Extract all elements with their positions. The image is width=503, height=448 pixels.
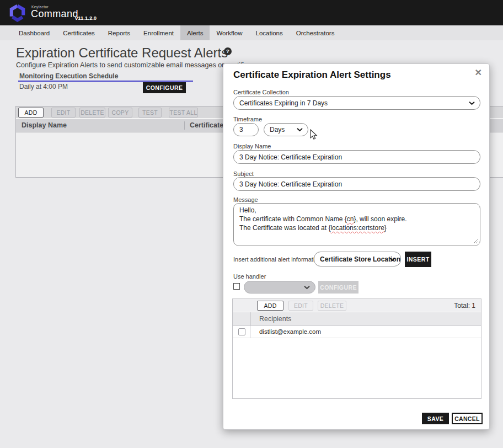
app-screen: Keyfactor Command v11.1.2.0 Dashboard Ce… — [0, 0, 503, 448]
resize-handle-icon[interactable] — [473, 239, 478, 244]
page-title: Expiration Certificate Request Alerts — [16, 45, 228, 61]
keyfactor-logo-icon — [7, 3, 28, 23]
checkbox-column-divider — [250, 312, 251, 326]
timeframe-label: Timeframe — [233, 116, 262, 122]
app-version: v11.1.2.0 — [75, 15, 97, 21]
alerts-add-button[interactable]: ADD — [18, 108, 44, 118]
nav-item-locations[interactable]: Locations — [249, 25, 290, 40]
chevron-down-icon — [469, 102, 475, 105]
recipient-email: distlist@example.com — [259, 328, 321, 335]
chevron-down-icon — [304, 286, 310, 290]
certificate-collection-select[interactable]: Certificates Expiring in 7 Days — [233, 96, 480, 110]
recipient-row[interactable]: distlist@example.com — [233, 326, 481, 338]
cancel-button[interactable]: CANCEL — [452, 413, 483, 424]
monitoring-schedule-label: Monitoring Execution Schedule — [19, 72, 118, 80]
main-nav: Dashboard Certificates Reports Enrollmen… — [0, 25, 503, 40]
recipients-empty-area — [233, 338, 481, 398]
save-button[interactable]: SAVE — [422, 413, 449, 424]
message-line-3: The Certificate was located at {location… — [239, 224, 474, 233]
subject-input[interactable] — [233, 177, 480, 191]
certificate-expiration-alert-settings-dialog: Certificate Expiration Alert Settings ✕ … — [223, 63, 490, 430]
brand-command-label[interactable]: Command — [31, 8, 78, 20]
message-line-1: Hello, — [239, 206, 474, 215]
timeframe-unit-select[interactable]: Days — [264, 123, 308, 136]
timeframe-input[interactable] — [233, 123, 259, 136]
checkbox-column-divider — [250, 326, 251, 338]
insert-button[interactable]: INSERT — [405, 252, 431, 267]
schedule-underline — [18, 81, 193, 82]
nav-item-dashboard[interactable]: Dashboard — [12, 25, 56, 40]
certificate-collection-value: Certificates Expiring in 7 Days — [239, 99, 328, 107]
use-handler-checkbox[interactable] — [233, 283, 240, 290]
recipients-grid: ADD EDIT DELETE Total: 1 Recipients dist… — [232, 298, 481, 399]
alerts-test-button[interactable]: TEST — [138, 108, 162, 118]
message-line-2: The certificate with Common Name {cn}, w… — [239, 215, 474, 224]
misspelled-token: locations:certstore — [330, 224, 384, 232]
dialog-title: Certificate Expiration Alert Settings — [233, 70, 391, 81]
column-display-name[interactable]: Display Name — [22, 121, 67, 129]
top-header-bar: Keyfactor Command v11.1.2.0 — [0, 0, 503, 25]
recipients-total: Total: 1 — [454, 302, 475, 310]
certificate-collection-label: Certificate Collection — [233, 89, 289, 95]
schedule-value: Daily at 4:00 PM — [19, 83, 68, 90]
display-name-label: Display Name — [233, 143, 271, 150]
insert-info-label: Insert additional alert information — [233, 256, 322, 263]
alerts-copy-button[interactable]: COPY — [108, 108, 132, 118]
column-divider — [184, 121, 185, 130]
message-label: Message — [233, 196, 258, 203]
nav-item-reports[interactable]: Reports — [101, 25, 137, 40]
nav-item-alerts[interactable]: Alerts — [180, 25, 210, 40]
use-handler-label: Use handler — [233, 273, 266, 280]
alerts-edit-button[interactable]: EDIT — [51, 108, 76, 118]
recipient-add-button[interactable]: ADD — [257, 301, 283, 311]
chevron-down-icon — [389, 258, 395, 262]
timeframe-unit-value: Days — [270, 126, 285, 134]
recipients-toolbar: ADD EDIT DELETE Total: 1 — [233, 299, 481, 312]
handler-select[interactable] — [244, 281, 315, 294]
recipients-column-label[interactable]: Recipients — [259, 315, 291, 323]
insert-info-select[interactable]: Certificate Store Locations — [314, 252, 401, 266]
mouse-cursor — [310, 129, 318, 140]
recipient-edit-button[interactable]: EDIT — [288, 301, 313, 311]
message-textarea[interactable]: Hello, The certificate with Common Name … — [233, 203, 480, 246]
alerts-delete-button[interactable]: DELETE — [79, 108, 105, 118]
schedule-configure-button[interactable]: CONFIGURE — [143, 82, 186, 93]
misspelled-token: cn — [347, 215, 354, 223]
handler-configure-button[interactable]: CONFIGURE — [318, 281, 358, 294]
help-icon[interactable]: ? — [224, 47, 232, 55]
recipients-header: Recipients — [233, 312, 481, 326]
subject-label: Subject — [233, 170, 254, 177]
column-certificate[interactable]: Certificate — [190, 121, 223, 129]
nav-item-certificates[interactable]: Certificates — [56, 25, 101, 40]
insert-info-value: Certificate Store Locations — [320, 255, 401, 263]
display-name-input[interactable] — [233, 150, 480, 164]
nav-item-workflow[interactable]: Workflow — [210, 25, 249, 40]
page-subtitle: Configure Expiration Alerts to send cust… — [16, 61, 248, 69]
close-icon[interactable]: ✕ — [475, 67, 482, 78]
chevron-down-icon — [297, 128, 303, 132]
nav-item-orchestrators[interactable]: Orchestrators — [290, 25, 341, 40]
recipient-row-checkbox[interactable] — [238, 328, 245, 335]
alerts-test-all-button[interactable]: TEST ALL — [169, 108, 198, 118]
recipient-delete-button[interactable]: DELETE — [318, 301, 346, 311]
nav-item-enrollment[interactable]: Enrollment — [137, 25, 180, 40]
